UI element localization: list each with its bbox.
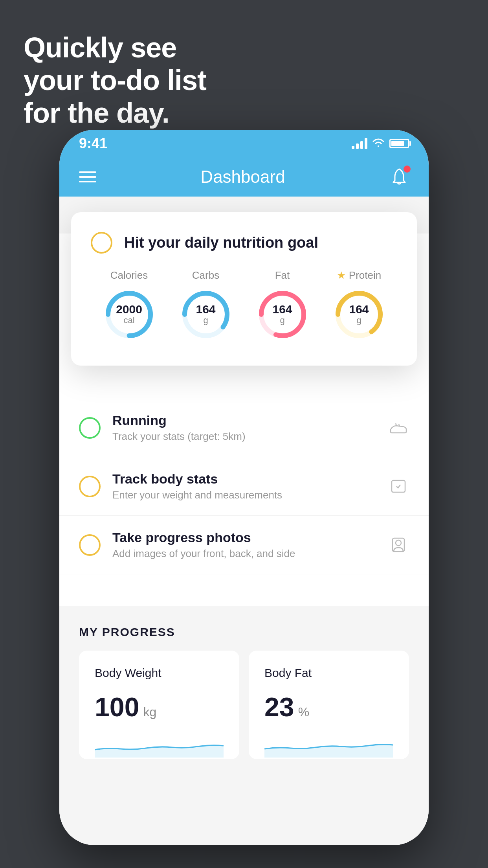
nutrition-circles: Calories 2000 cal Carbs 164 g Fat xyxy=(91,269,397,342)
body-fat-chart xyxy=(264,734,393,758)
card-title-row: Hit your daily nutrition goal xyxy=(91,232,397,254)
status-time: 9:41 xyxy=(79,135,107,152)
shoe-icon xyxy=(387,417,409,439)
card-title: Hit your daily nutrition goal xyxy=(124,234,318,251)
nutrition-label-carbs: Carbs xyxy=(192,269,219,281)
nutrition-item-protein: ★Protein 164 g xyxy=(332,269,387,342)
hero-text: Quickly see your to-do list for the day. xyxy=(24,31,206,129)
item-subtitle-photos: Add images of your front, back, and side xyxy=(112,548,376,560)
hero-line3: for the day. xyxy=(24,97,206,129)
item-checkbox-bodystats[interactable] xyxy=(79,476,101,497)
body-fat-value-row: 23 % xyxy=(264,691,393,722)
nutrition-item-carbs: Carbs 164 g xyxy=(178,269,233,342)
nutrition-item-calories: Calories 2000 cal xyxy=(102,269,157,342)
body-weight-unit: kg xyxy=(143,705,156,719)
scale-icon xyxy=(387,476,409,497)
progress-cards: Body Weight 100 kg Body Fat xyxy=(79,651,409,759)
notification-dot xyxy=(404,166,411,173)
item-title-running: Running xyxy=(112,413,376,428)
phone-container: 9:41 xyxy=(59,130,429,845)
progress-header: MY PROGRESS xyxy=(79,625,409,639)
body-weight-value: 100 xyxy=(95,691,139,722)
ring-calories: 2000 cal xyxy=(102,287,157,342)
scroll-content: THINGS TO DO TODAY Running Track your st… xyxy=(59,197,429,845)
body-fat-value: 23 xyxy=(264,691,294,722)
ring-fat: 164 g xyxy=(255,287,310,342)
bell-icon[interactable] xyxy=(389,167,409,187)
signal-icon xyxy=(352,138,367,149)
nutrition-label-protein: ★Protein xyxy=(337,269,381,281)
item-checkbox-running[interactable] xyxy=(79,417,101,439)
battery-icon xyxy=(389,139,409,148)
list-item[interactable]: Take progress photos Add images of your … xyxy=(59,516,429,574)
item-text-bodystats: Track body stats Enter your weight and m… xyxy=(112,471,376,501)
status-icons xyxy=(352,137,409,151)
nutrition-checkbox[interactable] xyxy=(91,232,112,254)
svg-rect-0 xyxy=(392,480,405,492)
body-weight-value-row: 100 kg xyxy=(95,691,224,722)
progress-section: MY PROGRESS Body Weight 100 kg xyxy=(59,606,429,767)
hamburger-menu[interactable] xyxy=(79,171,96,182)
ring-protein: 164 g xyxy=(332,287,387,342)
item-title-photos: Take progress photos xyxy=(112,530,376,545)
hero-line1: Quickly see xyxy=(24,31,206,64)
nutrition-label-fat: Fat xyxy=(275,269,290,281)
person-icon xyxy=(387,534,409,556)
item-text-running: Running Track your stats (target: 5km) xyxy=(112,413,376,443)
list-item[interactable]: Running Track your stats (target: 5km) xyxy=(59,399,429,457)
svg-point-2 xyxy=(396,540,401,546)
body-weight-chart xyxy=(95,734,224,758)
nutrition-card[interactable]: Hit your daily nutrition goal Calories 2… xyxy=(71,212,417,366)
nutrition-item-fat: Fat 164 g xyxy=(255,269,310,342)
top-nav: Dashboard xyxy=(59,157,429,197)
item-text-photos: Take progress photos Add images of your … xyxy=(112,530,376,560)
list-item[interactable]: Track body stats Enter your weight and m… xyxy=(59,457,429,516)
nutrition-label-calories: Calories xyxy=(110,269,148,281)
item-title-bodystats: Track body stats xyxy=(112,471,376,487)
item-checkbox-photos[interactable] xyxy=(79,534,101,556)
nav-title: Dashboard xyxy=(200,167,285,187)
wifi-icon xyxy=(372,137,385,151)
item-subtitle-running: Track your stats (target: 5km) xyxy=(112,430,376,443)
star-icon: ★ xyxy=(337,269,346,281)
body-fat-title: Body Fat xyxy=(264,666,393,680)
body-weight-title: Body Weight xyxy=(95,666,224,680)
status-bar: 9:41 xyxy=(59,130,429,157)
item-subtitle-bodystats: Enter your weight and measurements xyxy=(112,489,376,501)
ring-carbs: 164 g xyxy=(178,287,233,342)
body-fat-unit: % xyxy=(298,705,309,719)
phone-frame: 9:41 xyxy=(59,130,429,845)
hero-line2: your to-do list xyxy=(24,64,206,97)
body-weight-card[interactable]: Body Weight 100 kg xyxy=(79,651,239,759)
body-fat-card[interactable]: Body Fat 23 % xyxy=(249,651,409,759)
